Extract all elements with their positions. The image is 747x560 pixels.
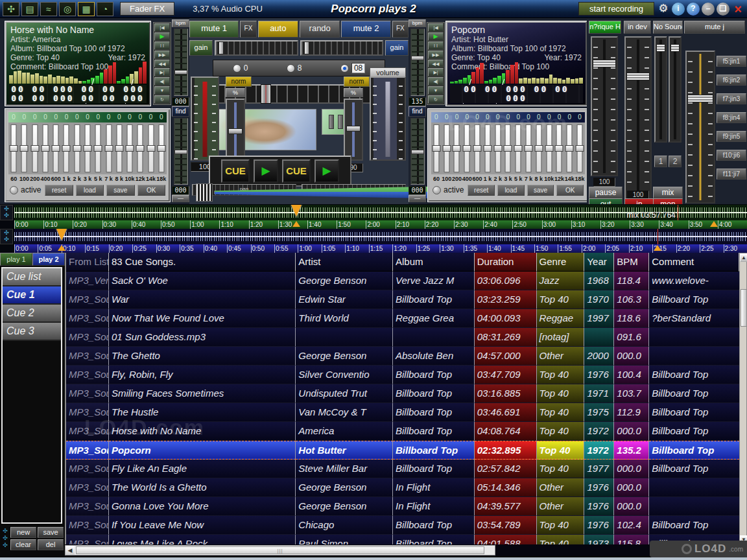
ruler-marker[interactable] [710,221,718,227]
table-row[interactable]: MP3_SouSmiling Faces SometimesUndisputed… [66,384,739,403]
eq-band-slider[interactable] [61,122,71,174]
eq-band-slider[interactable] [8,122,19,174]
eq-band-slider[interactable] [575,122,585,174]
radio-dot[interactable] [340,64,349,73]
column-header-title[interactable]: 83 Cue Songs. [109,253,296,272]
mute-2-button[interactable]: mute 2 [341,21,390,38]
deck-b-find-button[interactable]: find [409,106,426,117]
column-header-year[interactable]: Year [584,253,614,272]
eq-band-slider[interactable] [72,122,82,174]
column-header-com[interactable]: Comment [649,253,739,272]
loop-button[interactable]: ↻ [428,95,444,104]
deck-b-position-marker[interactable] [56,229,67,240]
deck-b-bpm-slider[interactable] [410,29,425,96]
cue-item-Cue-1[interactable]: Cue 1 [3,286,61,305]
deck-a-time-ruler[interactable]: 0:000:100:200:300:400:501:001:101:201:30… [14,220,747,229]
skip-start-button[interactable]: |◀ [428,23,444,32]
norm-right-button[interactable]: norm [344,76,370,87]
del-button[interactable]: del [38,539,64,550]
right-pitch-mini-fader[interactable] [344,99,363,161]
eq-band-slider[interactable] [114,122,124,174]
start-recording-button[interactable]: start recording [578,2,654,16]
cue-b-play-button[interactable]: ▶ [314,159,339,183]
deck-a-pitch-slider[interactable] [174,118,188,185]
table-row[interactable]: MP3_SouWarEdwin StarBillboard Top03:23.2… [66,290,739,309]
eq-band-slider[interactable] [103,122,113,174]
scroll-left-arrow[interactable]: ◀ [65,546,75,555]
deck-b-time-ruler[interactable]: 0:000:050:100:150:200:250:300:350:400:45… [14,244,747,253]
gain-right-slider[interactable] [300,40,384,56]
table-row[interactable]: MP3_SouLoves Me Like A RockPaul SimonBil… [66,535,739,544]
table-row[interactable]: MP3_SouFly Like An EagleSteve Miller Bar… [66,460,739,478]
column-header-from[interactable]: From List [66,253,109,272]
ruler-marker[interactable] [654,245,661,251]
column-header-artist[interactable]: Artist [296,253,393,272]
gain-left-slider[interactable] [215,40,298,56]
column-header-dur[interactable]: Duration [475,253,537,272]
in-dev-button[interactable]: in dev [624,21,651,34]
table-row[interactable]: MP3_SouFly, Robin, FlySilver ConventioBi… [66,366,739,384]
left-pitch-mini-fader[interactable] [226,99,245,161]
jingle-hotkey-button[interactable]: f10:ji6 [717,150,746,161]
play-button[interactable]: ▶ [428,32,444,41]
eq-b-active-radio[interactable] [433,186,441,194]
skip-end-button[interactable]: ▼ [154,86,170,95]
mute-1-button[interactable]: mute 1 [189,21,239,38]
auto-mix-radio-08[interactable]: 08 [340,63,365,73]
cue-a-play-button[interactable]: ▶ [254,159,278,183]
output-source-button[interactable]: n?rique H [589,21,621,34]
deck-b-pitch-reset-button[interactable]: — [409,195,426,202]
right-volume-fader[interactable] [370,76,406,161]
deck-a-pitch-reset-button[interactable]: — [172,195,189,202]
clock-icon[interactable]: ◔ [97,2,113,16]
clear-button[interactable]: clear [10,539,36,550]
rando-button[interactable]: rando [300,21,340,38]
eq-save-button[interactable]: save [106,185,134,196]
cue-item-Cue-3[interactable]: Cue 3 [3,323,61,341]
minimize-icon[interactable]: – [702,3,715,16]
deck-a-bpm-slider[interactable] [174,29,188,96]
monitor-1-button[interactable]: 1 [654,156,667,167]
tools-icon[interactable]: ⚙ [657,3,670,16]
deck-b-pitch-slider[interactable] [410,118,425,185]
monitor-fader-1[interactable] [654,36,667,143]
jingle-hotkey-button[interactable]: f9:jin5 [717,131,746,142]
timeline-a-nav-icon[interactable]: ✣✣ [0,205,13,220]
crossfader-thumb[interactable] [261,84,271,104]
eq-a-active-radio[interactable] [10,186,18,194]
horizontal-scroll-thumb[interactable]: ||| [76,546,484,554]
radio-dot[interactable] [287,64,295,73]
save-button[interactable]: save [38,527,64,538]
waveform-icon[interactable]: ≈ [40,2,57,16]
playlist-icon[interactable]: ▤ [21,2,38,16]
eq-band-slider[interactable] [156,122,167,174]
auto-mix-radio-8[interactable]: 8 [287,64,302,73]
pause-button[interactable]: I I [154,41,170,50]
jingle-hotkey-button[interactable]: f8:jin4 [717,112,746,123]
eq-band-slider[interactable] [82,122,93,174]
eq-reset-button[interactable]: reset [45,185,73,196]
timeline-b-nav-icon[interactable]: ✣✣ [0,229,13,244]
gain-left-button[interactable]: gain [189,40,213,56]
new-button[interactable]: new [10,527,36,538]
cue-a-button[interactable]: CUE [221,159,250,183]
table-row[interactable]: MP3_SouNow That We Found LoveThird World… [66,309,739,328]
step-forward-button[interactable]: ▶| [428,68,444,76]
jingle-fader[interactable] [685,51,715,204]
close-icon[interactable]: × [731,3,744,16]
table-row[interactable]: MP3_SouPopcornHot ButterBillboard Top02:… [66,441,739,460]
tab-play-1[interactable]: play 1 [0,253,32,266]
eq-ok-button[interactable]: OK [137,185,165,196]
eq-save-button[interactable]: save [527,185,554,196]
scroll-up-arrow[interactable]: ▲ [740,253,747,262]
help-icon[interactable]: ? [687,3,700,16]
table-row[interactable]: MP3_SouThe World Is a GhettoGeorge Benso… [66,478,739,497]
eq-band-slider[interactable] [51,122,61,174]
step-back-button[interactable]: ◀| [428,77,444,86]
skip-start-button[interactable]: |◀ [154,23,170,32]
cue-b-button[interactable]: CUE [282,159,311,183]
auto-mix-radio-0[interactable]: 0 [233,64,248,73]
tab-play-2[interactable]: play 2 [32,253,65,266]
table-row[interactable]: MP3_SouThe GhettoGeorge BensonAbsolute B… [66,347,739,366]
monitor-fader-2[interactable] [669,36,682,143]
